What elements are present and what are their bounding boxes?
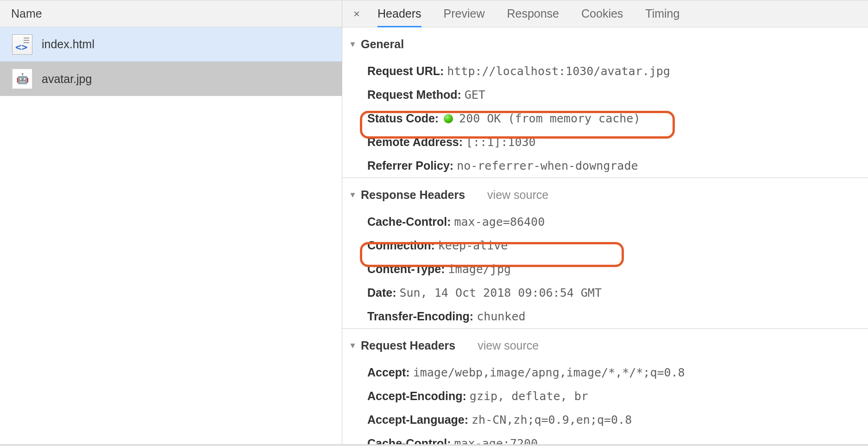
kv-request-url: Request URL: http://localhost:1030/avata… [342,59,868,83]
details-tab-bar: × Headers Preview Response Cookies Timin… [342,0,868,27]
kv-resp-connection: Connection: keep-alive [342,234,868,257]
referrer-policy-label: Referrer Policy: [367,159,453,172]
section-request-headers-title: Request Headers [361,339,455,352]
section-general-title: General [361,38,404,51]
file-row-avatar-jpg[interactable]: 🤖 avatar.jpg [0,62,342,96]
request-method-label: Request Method: [367,88,461,101]
kv-status-code: Status Code: 200 OK (from memory cache) [342,107,868,130]
resp-date-label: Date: [367,286,396,299]
section-request-headers-header[interactable]: ▼ Request Headers view source [342,328,868,361]
request-url-value: http://localhost:1030/avatar.jpg [447,64,670,78]
kv-resp-transfer-encoding: Transfer-Encoding: chunked [342,305,868,328]
headers-content[interactable]: ▼ General Request URL: http://localhost:… [342,27,868,446]
tab-headers[interactable]: Headers [366,0,433,27]
kv-req-accept-encoding: Accept-Encoding: gzip, deflate, br [342,384,868,408]
resp-content-type-value: image/jpg [448,262,511,276]
resp-cache-control-label: Cache-Control: [367,215,451,228]
tab-response[interactable]: Response [496,0,570,27]
kv-remote-address: Remote Address: [::1]:1030 [342,130,868,154]
resp-content-type-label: Content-Type: [367,262,445,275]
kv-resp-cache-control: Cache-Control: max-age=86400 [342,210,868,234]
req-accept-language-label: Accept-Language: [367,413,468,426]
tab-preview[interactable]: Preview [433,0,496,27]
request-url-label: Request URL: [367,64,444,77]
kv-referrer-policy: Referrer Policy: no-referrer-when-downgr… [342,154,868,178]
status-dot-icon [444,114,453,123]
kv-resp-date: Date: Sun, 14 Oct 2018 09:06:54 GMT [342,281,868,305]
network-requests-panel: Name index.html 🤖 avatar.jpg [0,0,342,446]
file-row-index-html[interactable]: index.html [0,27,342,62]
file-name: avatar.jpg [42,72,92,86]
html-file-icon [11,33,33,56]
req-accept-encoding-value: gzip, deflate, br [470,389,588,403]
bottom-divider [0,444,868,446]
kv-req-accept: Accept: image/webp,image/apng,image/*,*/… [342,361,868,384]
status-code-value: 200 OK (from memory cache) [459,112,640,125]
resp-connection-label: Connection: [367,239,435,252]
req-accept-encoding-label: Accept-Encoding: [367,389,466,402]
resp-date-value: Sun, 14 Oct 2018 09:06:54 GMT [399,286,602,299]
remote-address-label: Remote Address: [367,135,463,148]
file-name: index.html [42,38,94,51]
disclosure-triangle-icon[interactable]: ▼ [349,341,356,350]
resp-transfer-encoding-value: chunked [477,310,525,323]
section-general-header[interactable]: ▼ General [342,27,868,59]
disclosure-triangle-icon[interactable]: ▼ [349,191,356,200]
remote-address-value: [::1]:1030 [466,135,536,149]
name-column-header[interactable]: Name [0,0,342,27]
file-list: index.html 🤖 avatar.jpg [0,27,342,446]
resp-transfer-encoding-label: Transfer-Encoding: [367,310,473,323]
kv-resp-content-type: Content-Type: image/jpg [342,257,868,281]
status-code-label: Status Code: [367,112,439,125]
resp-connection-value: keep-alive [438,239,508,252]
response-headers-view-source-link[interactable]: view source [487,188,548,202]
request-headers-view-source-link[interactable]: view source [478,339,539,352]
req-accept-language-value: zh-CN,zh;q=0.9,en;q=0.8 [472,413,632,427]
close-details-button[interactable]: × [347,7,366,20]
referrer-policy-value: no-referrer-when-downgrade [457,159,638,172]
req-accept-label: Accept: [367,366,410,379]
request-details-panel: × Headers Preview Response Cookies Timin… [342,0,868,446]
resp-cache-control-value: max-age=86400 [454,215,545,229]
image-file-icon: 🤖 [11,68,33,90]
tab-timing[interactable]: Timing [634,0,691,27]
kv-request-method: Request Method: GET [342,83,868,107]
section-response-headers-title: Response Headers [361,188,465,202]
req-accept-value: image/webp,image/apng,image/*,*/*;q=0.8 [413,366,685,379]
tab-cookies[interactable]: Cookies [570,0,634,27]
request-method-value: GET [465,88,485,102]
section-response-headers-header[interactable]: ▼ Response Headers view source [342,178,868,210]
kv-req-accept-language: Accept-Language: zh-CN,zh;q=0.9,en;q=0.8 [342,408,868,432]
disclosure-triangle-icon[interactable]: ▼ [349,40,356,49]
